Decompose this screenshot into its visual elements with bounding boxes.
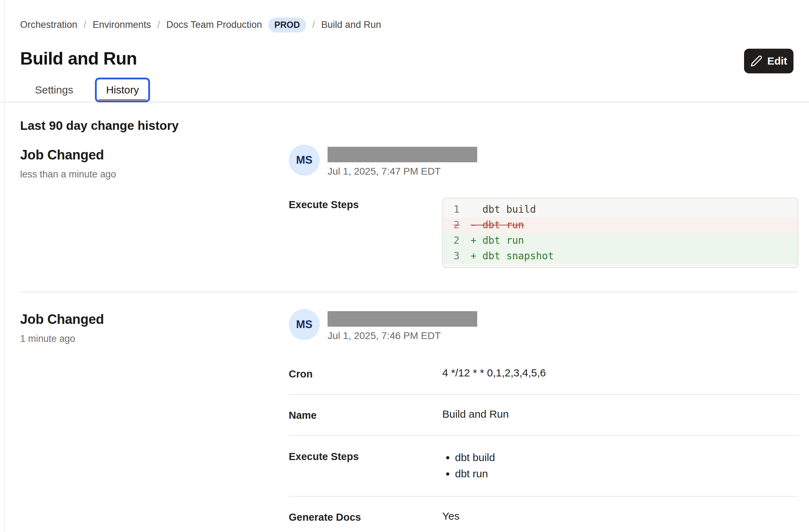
entry-title: Job Changed [20,312,289,327]
field-label: Execute Steps [289,198,442,268]
breadcrumb-environment-name[interactable]: Docs Team Production [166,19,262,30]
field-row-name: Name Build and Run [289,395,798,436]
diff-line-context: 1 dbt build [443,202,798,217]
change-entry: Job Changed 1 minute ago MS Jul 1, 2025,… [20,309,809,532]
change-entry: Job Changed less than a minute ago MS Ju… [20,145,809,268]
tab-history-label: History [106,84,139,96]
breadcrumb-separator: / [84,19,86,30]
entry-time-ago: 1 minute ago [20,333,289,344]
entry-divider [20,291,798,292]
breadcrumb: Orchestration / Environments / Docs Team… [20,18,809,32]
diff-line-number: 2 [443,217,471,233]
diff-line-code: + dbt snapshot [471,248,554,264]
redacted-username-bar [328,147,477,162]
field-value: Yes [442,510,798,523]
field-label: Execute Steps [289,449,442,482]
breadcrumb-orchestration[interactable]: Orchestration [20,19,77,30]
entry-summary: Job Changed less than a minute ago [20,145,289,268]
changed-fields: Execute Steps 1 dbt build 2 - dbt run [289,198,798,268]
diff-line-removed: 2 - dbt run [443,217,798,233]
execute-step-item: dbt build [455,449,798,466]
breadcrumb-environments[interactable]: Environments [93,19,151,30]
tab-settings[interactable]: Settings [26,78,82,102]
execute-step-item: dbt run [455,466,798,482]
field-row-cron: Cron 4 */12 * * 0,1,2,3,4,5,6 [289,354,798,395]
breadcrumb-current-page: Build and Run [321,19,381,30]
job-history-page: Orchestration / Environments / Docs Team… [0,18,809,532]
diff-line-number: 2 [443,233,471,248]
field-label: Cron [289,367,442,380]
page-title: Build and Run [20,49,137,68]
entry-summary: Job Changed 1 minute ago [20,309,289,532]
breadcrumb-separator: / [157,19,160,30]
diff-line-number: 1 [443,202,471,217]
field-label: Name [289,408,442,421]
execute-steps-list: dbt build dbt run [442,449,798,482]
field-row-execute-steps: Execute Steps dbt build dbt run [289,436,798,497]
diff-line-code: + dbt run [471,233,524,248]
author-meta: Jul 1, 2025, 7:46 PM EDT [328,309,477,341]
entry-details: MS Jul 1, 2025, 7:46 PM EDT Cron 4 */12 … [289,309,809,532]
breadcrumb-separator: / [312,19,315,30]
edit-button-label: Edit [767,55,787,67]
entry-details: MS Jul 1, 2025, 7:47 PM EDT Execute Step… [289,145,809,268]
field-row-execute-steps: Execute Steps 1 dbt build 2 - dbt run [289,198,798,268]
active-tab-indicator [98,99,146,101]
entry-time-ago: less than a minute ago [20,169,289,180]
diff-line-code: - dbt run [471,217,524,233]
panel-left-border [4,0,5,532]
field-value: 4 */12 * * 0,1,2,3,4,5,6 [442,367,798,380]
field-label: Generate Docs [289,510,442,523]
pencil-icon [750,55,762,67]
tab-bar: Settings History [0,78,809,102]
redacted-username-bar [328,311,477,327]
prod-environment-badge: PROD [268,18,306,32]
execute-steps-diff: 1 dbt build 2 - dbt run 2 + dbt run [442,198,798,268]
avatar: MS [289,309,320,340]
tab-history[interactable]: History [95,78,150,102]
field-value: Build and Run [442,408,798,421]
entry-timestamp: Jul 1, 2025, 7:46 PM EDT [328,330,477,341]
entry-timestamp: Jul 1, 2025, 7:47 PM EDT [328,166,477,177]
author-meta: Jul 1, 2025, 7:47 PM EDT [328,145,477,177]
change-history-heading: Last 90 day change history [20,119,809,133]
entry-author: MS Jul 1, 2025, 7:47 PM EDT [289,145,798,177]
diff-line-number: 3 [443,248,471,264]
field-row-generate-docs: Generate Docs Yes [289,497,798,532]
avatar: MS [289,145,320,176]
changed-fields: Cron 4 */12 * * 0,1,2,3,4,5,6 Name Build… [289,354,798,532]
diff-line-added: 2 + dbt run [443,233,798,248]
entry-title: Job Changed [20,147,289,163]
edit-button[interactable]: Edit [744,49,793,73]
entry-author: MS Jul 1, 2025, 7:46 PM EDT [289,309,798,341]
diff-line-added: 3 + dbt snapshot [443,248,798,264]
diff-line-code: dbt build [471,202,536,217]
page-header: Build and Run Edit [20,49,809,73]
